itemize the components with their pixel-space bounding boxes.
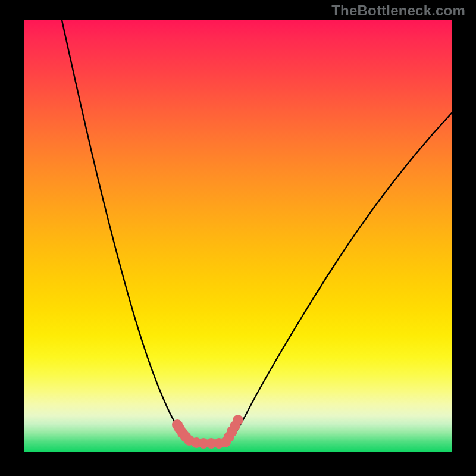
plot-area	[24, 20, 452, 452]
marker-dot	[233, 415, 243, 425]
markers-right	[220, 415, 243, 447]
watermark-text: TheBottleneck.com	[331, 2, 465, 19]
right-curve	[227, 112, 452, 443]
markers-bottom	[191, 437, 224, 449]
chart-container: TheBottleneck.com	[0, 0, 476, 476]
curve-overlay	[24, 20, 452, 452]
left-curve	[62, 20, 193, 443]
